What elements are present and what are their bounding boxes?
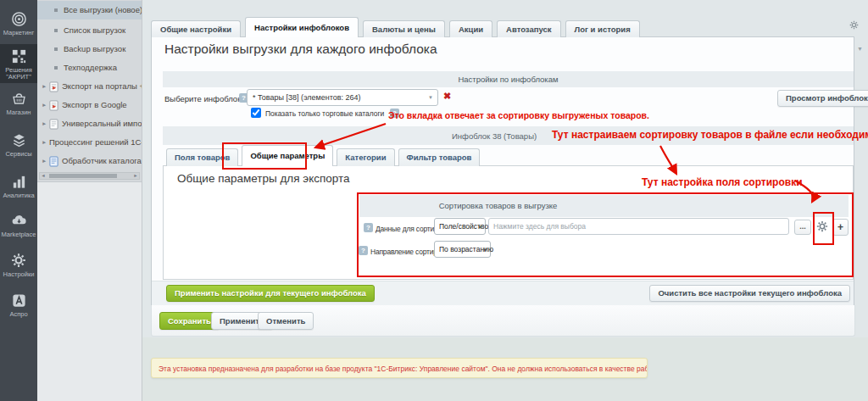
menu-item-export-portals-api[interactable]: ► Экспорт на порталы + API [37, 77, 142, 96]
cancel-button[interactable]: Отменить [258, 312, 314, 330]
sort-section-header: Сортировка товаров в выгрузке [359, 195, 849, 217]
tab-infoblock-settings[interactable]: Настройки инфоблоков [245, 17, 359, 37]
chevron-down-icon: ▼ [428, 90, 433, 105]
chevron-down-icon: ▼ [483, 242, 487, 258]
bullet-icon [54, 47, 58, 51]
sidebar-item-marketplace[interactable]: Marketplace [0, 209, 37, 246]
document-export-icon [49, 81, 58, 92]
tab-product-filter[interactable]: Фильтр товаров [398, 148, 481, 166]
gear-icon [0, 253, 37, 270]
expand-arrow-icon[interactable]: ► [42, 114, 49, 133]
tab-autostart[interactable]: Автозапуск [497, 20, 560, 37]
basket-icon [0, 91, 37, 108]
expand-arrow-icon[interactable]: ► [42, 96, 49, 114]
annotation-note-sorting: Тут настраиваем сортировку товаров в фай… [552, 129, 868, 141]
sidebar-item-aspro[interactable]: Аспро [0, 288, 37, 326]
qr-icon [0, 48, 37, 65]
more-options-button[interactable]: ... [794, 220, 811, 235]
admin-settings-gear-icon[interactable] [849, 20, 859, 30]
menu-item-backup[interactable]: Backup выгрузок [37, 40, 142, 58]
help-icon[interactable]: ? [359, 246, 368, 255]
infoblock-select-label: Выберите инфоблок: [164, 94, 243, 103]
bitrix-admin-app: Маркетинг Решения "АКРИТ" Магазин Сервис… [0, 0, 868, 401]
export-parameters-title: Общие параметры для экспорта [177, 172, 350, 185]
module-menu-panel: Все выгрузки (новое) Список выгрузок Bac… [37, 0, 142, 401]
expand-arrow-icon[interactable]: ► [42, 77, 49, 96]
menu-item-all-exports[interactable]: Все выгрузки (новое) [37, 1, 142, 19]
expand-arrow-icon[interactable]: ► [42, 133, 49, 152]
infoblock-38-bar-label: Инфоблок 38 (Товары) [452, 131, 537, 141]
menu-item-universal-import[interactable]: ► Универсальный импорт [37, 114, 142, 133]
sort-field-input[interactable] [488, 218, 789, 235]
tab-promotions[interactable]: Акции [449, 20, 492, 37]
document-export-icon [49, 100, 58, 111]
sidebar-item-settings[interactable]: Настройки [0, 248, 37, 286]
tab-product-fields[interactable]: Поля товаров [166, 148, 238, 166]
scrollbar-thumb[interactable] [49, 174, 117, 178]
menu-item-catalog-handler[interactable]: ► Обработчик каталога [37, 152, 142, 170]
sidebar-item-shop[interactable]: Магазин [0, 86, 37, 124]
menu-item-support[interactable]: Техподдержка [37, 58, 142, 77]
page-title: Настройки выгрузки для каждого инфоблока [164, 42, 437, 57]
trade-catalogs-checkbox[interactable] [251, 108, 261, 118]
letter-a-icon [0, 292, 37, 309]
tab-categories[interactable]: Категории [337, 148, 394, 166]
menu-item-export-list[interactable]: Список выгрузок [37, 21, 142, 40]
bullet-icon [54, 29, 58, 32]
menu-item-export-google[interactable]: ► Экспорт в Google [37, 96, 142, 114]
menu-horizontal-scrollbar[interactable]: ◄ ► [39, 172, 140, 180]
tab-log-history[interactable]: Лог и история [565, 20, 640, 37]
target-icon [0, 11, 37, 28]
sort-field-type-select[interactable]: Поле/свойство ▼ [434, 218, 486, 235]
section-header-infoblocks: Настройки по инфоблокам [163, 71, 854, 87]
sidebar-item-analytics[interactable]: Аналитика [0, 170, 37, 207]
expand-arrow-icon[interactable]: ► [42, 152, 49, 170]
sort-direction-select[interactable]: По возрастанию ▼ [434, 241, 491, 258]
scroll-right-icon[interactable]: ► [132, 173, 139, 179]
cloud-download-icon [0, 213, 37, 230]
delete-icon[interactable]: ✖ [443, 91, 451, 102]
document-blue-icon [49, 156, 58, 167]
view-infoblocks-button[interactable]: Просмотр инфоблоков [777, 90, 868, 107]
sidebar-item-akrit-solutions[interactable]: Решения "АКРИТ" [0, 44, 37, 83]
infoblock-select[interactable]: * Товары [38] (элементов: 264) ▼ [247, 89, 438, 106]
tab-currencies-prices[interactable]: Валюты и цены [363, 20, 445, 37]
tab-general-parameters[interactable]: Общие параметры [242, 145, 333, 166]
apply-current-infoblock-button[interactable]: Применить настройки для текущего инфобло… [166, 285, 375, 302]
scroll-left-icon[interactable]: ◄ [40, 173, 47, 179]
document-icon [49, 119, 58, 130]
collapse-chevron-icon[interactable]: ▼ [857, 46, 863, 52]
trade-catalogs-checkbox-label: Показать только торговые каталоги [265, 109, 384, 118]
annotation-note-tab: Это вкладка отвечает за сортировку выгру… [388, 110, 649, 120]
menu-item-processing-1c[interactable]: ► Процессинг решений 1С-Битр [37, 133, 142, 152]
clear-current-infoblock-button[interactable]: Очистить все настройки текущего инфоблок… [649, 285, 850, 302]
sidebar-item-services[interactable]: Сервисы [0, 128, 37, 165]
bar-chart-icon [0, 174, 37, 191]
left-icon-sidebar: Маркетинг Решения "АКРИТ" Магазин Сервис… [0, 0, 37, 401]
module-tabs: Общие настройки Настройки инфоблоков Вал… [151, 18, 640, 37]
help-icon[interactable]: ? [364, 223, 373, 232]
sort-settings-gear-icon[interactable] [816, 220, 828, 232]
add-sort-button[interactable]: + [832, 219, 849, 236]
chevron-down-icon: ▼ [478, 220, 482, 235]
layers-icon [0, 132, 37, 149]
bullet-icon [54, 66, 58, 70]
annotation-note-sort-field: Тут настройка поля сортировки [642, 176, 803, 188]
tab-general-settings[interactable]: Общие настройки [151, 20, 241, 37]
sidebar-item-marketing[interactable]: Маркетинг [0, 7, 37, 44]
trial-version-notice: Эта установка предназначена для разработ… [151, 358, 648, 378]
bullet-icon [54, 8, 58, 12]
infoblock-inner-tabs: Поля товаров Общие параметры Категории Ф… [166, 146, 480, 166]
menu-list: Все выгрузки (новое) Список выгрузок Bac… [37, 0, 142, 182]
